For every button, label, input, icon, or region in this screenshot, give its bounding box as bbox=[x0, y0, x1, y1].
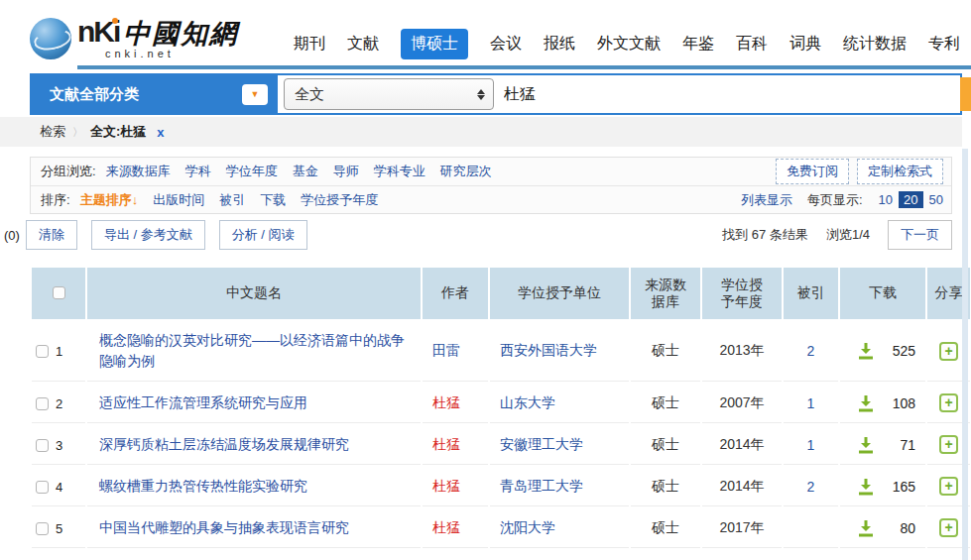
col-database: 来源数据库 bbox=[631, 268, 700, 319]
per-page-label: 每页显示: bbox=[807, 191, 863, 209]
cnki-search-results-page: nKi 中國知網 cnki.net 期刊 文献 博硕士 会议 报纸 外文文献 年… bbox=[0, 0, 971, 560]
institution-link[interactable]: 西安外国语大学 bbox=[494, 342, 597, 358]
nav-item-newspaper[interactable]: 报纸 bbox=[544, 34, 575, 55]
database-cell: 硕士 bbox=[631, 321, 700, 382]
thesis-title-link[interactable]: 深厚钙质粘土层冻结温度场发展规律研究 bbox=[91, 434, 349, 455]
search-field-value: 全文 bbox=[295, 85, 324, 104]
nav-item-journal[interactable]: 期刊 bbox=[294, 34, 325, 55]
nav-item-foreign[interactable]: 外文文献 bbox=[597, 34, 661, 55]
search-button-cutoff[interactable] bbox=[960, 77, 971, 111]
row-index: 3 bbox=[56, 438, 62, 453]
search-field-select[interactable]: 全文 bbox=[284, 78, 494, 110]
cited-count-link[interactable]: 1 bbox=[807, 437, 815, 453]
group-link-degree-year[interactable]: 学位年度 bbox=[226, 163, 278, 180]
database-cell: 硕士 bbox=[631, 425, 700, 465]
nav-item-yearbook[interactable]: 年鉴 bbox=[682, 34, 714, 55]
per-page-50[interactable]: 50 bbox=[929, 192, 943, 207]
nav-item-theses-active[interactable]: 博硕士 bbox=[401, 29, 468, 59]
thesis-title-link[interactable]: 概念隐喻的汉英对比研究——以经济语篇中的战争隐喻为例 bbox=[91, 330, 417, 372]
list-display-link[interactable]: 列表显示 bbox=[741, 191, 792, 209]
download-icon[interactable] bbox=[856, 519, 876, 537]
group-link-major[interactable]: 学科专业 bbox=[374, 163, 425, 180]
row-checkbox[interactable] bbox=[36, 522, 49, 535]
nav-item-dictionary[interactable]: 词典 bbox=[789, 34, 821, 55]
download-icon[interactable] bbox=[856, 394, 876, 412]
group-link-fund[interactable]: 基金 bbox=[293, 163, 318, 180]
logo-domain-text: cnki.net bbox=[105, 49, 238, 59]
results-table: 中文题名 作者 学位授予单位 来源数据库 学位授予年度 被引 下载 分享 1 概… bbox=[30, 266, 971, 550]
col-institution: 学位授予单位 bbox=[490, 268, 629, 319]
database-cell: 硕士 bbox=[631, 508, 700, 548]
institution-link[interactable]: 沈阳大学 bbox=[494, 519, 555, 535]
institution-link[interactable]: 青岛理工大学 bbox=[494, 478, 583, 494]
next-page-button[interactable]: 下一页 bbox=[888, 220, 952, 250]
group-link-research-level[interactable]: 研究层次 bbox=[440, 163, 492, 180]
per-page-20-active[interactable]: 20 bbox=[899, 191, 922, 208]
group-link-source-db[interactable]: 来源数据库 bbox=[106, 163, 171, 180]
share-plus-icon[interactable]: + bbox=[939, 518, 958, 537]
nav-item-statistics[interactable]: 统计数据 bbox=[843, 34, 907, 55]
author-highlighted[interactable]: 杜猛 bbox=[426, 478, 460, 494]
col-cited: 被引 bbox=[784, 268, 838, 319]
sort-desc-arrow-icon: ↓ bbox=[132, 192, 139, 207]
per-page-10[interactable]: 10 bbox=[879, 192, 893, 207]
cnki-logo[interactable]: nKi 中國知網 cnki.net bbox=[30, 17, 275, 59]
breadcrumb-root[interactable]: 检索 bbox=[40, 123, 65, 141]
nav-item-conference[interactable]: 会议 bbox=[490, 34, 522, 55]
group-link-advisor[interactable]: 导师 bbox=[333, 163, 359, 180]
nav-item-literature[interactable]: 文献 bbox=[347, 34, 379, 55]
export-reference-button[interactable]: 导出 / 参考文献 bbox=[91, 220, 205, 250]
download-count: 525 bbox=[893, 343, 915, 359]
author-highlighted[interactable]: 杜猛 bbox=[426, 519, 460, 535]
nav-item-encyclopedia[interactable]: 百科 bbox=[736, 34, 768, 55]
row-checkbox[interactable] bbox=[36, 439, 49, 452]
breadcrumb: 检索 〉 全文:杜猛 x bbox=[0, 117, 962, 147]
author-link[interactable]: 田雷 bbox=[426, 342, 460, 358]
cited-count-link[interactable]: 1 bbox=[807, 395, 815, 411]
sort-link-download[interactable]: 下载 bbox=[260, 191, 286, 209]
remove-filter-button[interactable]: x bbox=[157, 125, 164, 140]
clear-button[interactable]: 清除 bbox=[26, 220, 77, 250]
search-input[interactable] bbox=[494, 75, 960, 113]
share-plus-icon[interactable]: + bbox=[939, 342, 958, 361]
row-checkbox[interactable] bbox=[36, 397, 49, 410]
select-all-header bbox=[32, 268, 85, 319]
sort-link-degree-year[interactable]: 学位授予年度 bbox=[301, 191, 378, 209]
institution-link[interactable]: 安徽理工大学 bbox=[494, 436, 583, 452]
share-plus-icon[interactable]: + bbox=[939, 435, 958, 454]
custom-search-button[interactable]: 定制检索式 bbox=[857, 159, 943, 184]
author-highlighted[interactable]: 杜猛 bbox=[426, 394, 460, 410]
share-plus-icon[interactable]: + bbox=[939, 477, 958, 496]
group-link-subject[interactable]: 学科 bbox=[185, 163, 211, 180]
cited-count-link[interactable]: 2 bbox=[807, 479, 815, 495]
category-label: 文献全部分类 bbox=[50, 85, 139, 104]
sort-link-pubdate[interactable]: 出版时间 bbox=[153, 191, 204, 209]
select-spinner-icon bbox=[477, 89, 485, 100]
download-icon[interactable] bbox=[856, 478, 876, 496]
author-highlighted[interactable]: 杜猛 bbox=[426, 436, 460, 452]
category-selector[interactable]: 文献全部分类 ▼ bbox=[32, 75, 278, 113]
nav-item-patent[interactable]: 专利 bbox=[928, 34, 960, 55]
col-author: 作者 bbox=[423, 268, 488, 319]
year-cell: 2007年 bbox=[702, 384, 782, 423]
row-checkbox[interactable] bbox=[36, 481, 49, 494]
sort-link-cited[interactable]: 被引 bbox=[219, 191, 245, 209]
free-subscribe-button[interactable]: 免费订阅 bbox=[776, 159, 849, 184]
row-checkbox[interactable] bbox=[36, 345, 49, 358]
thesis-title-link[interactable]: 螺纹槽重力热管传热性能实验研究 bbox=[91, 476, 307, 497]
top-nav: 期刊 文献 博硕士 会议 报纸 外文文献 年鉴 百科 词典 统计数据 专利 bbox=[283, 29, 971, 59]
group-browse-row: 分组浏览: 来源数据库 学科 学位年度 基金 导师 学科专业 研究层次 免费订阅… bbox=[31, 158, 951, 185]
share-plus-icon[interactable]: + bbox=[939, 393, 958, 412]
download-icon[interactable] bbox=[856, 342, 876, 360]
download-icon[interactable] bbox=[856, 436, 876, 454]
thesis-title-link[interactable]: 中国当代雕塑的具象与抽象表现语言研究 bbox=[91, 517, 349, 538]
analyze-read-button[interactable]: 分析 / 阅读 bbox=[219, 220, 307, 250]
sort-topic-active[interactable]: 主题排序↓ bbox=[80, 191, 139, 209]
select-all-checkbox[interactable] bbox=[53, 286, 65, 299]
year-cell: 2017年 bbox=[702, 508, 782, 548]
cited-count-link[interactable]: 2 bbox=[807, 343, 815, 359]
category-dropdown-button[interactable]: ▼ bbox=[242, 84, 268, 105]
thesis-title-link[interactable]: 适应性工作流管理系统研究与应用 bbox=[91, 392, 307, 413]
year-cell: 2014年 bbox=[702, 425, 782, 465]
institution-link[interactable]: 山东大学 bbox=[494, 394, 555, 410]
